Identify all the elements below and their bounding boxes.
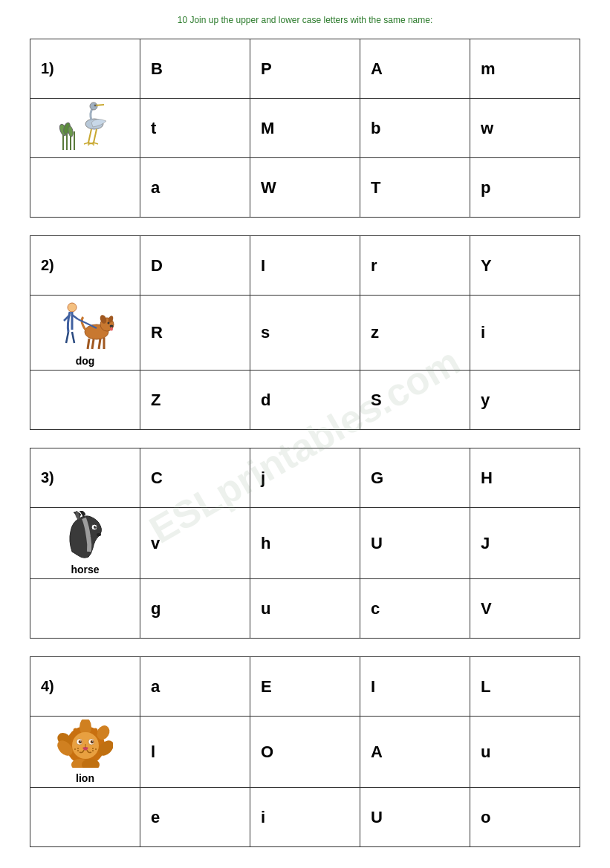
cell: I: [360, 657, 470, 717]
table-row: lion l O A u: [30, 717, 580, 788]
cell: C: [140, 448, 250, 508]
svg-point-50: [77, 750, 79, 751]
cell: v: [140, 508, 250, 579]
cell: U: [360, 788, 470, 847]
animal-cell: lion: [30, 717, 140, 788]
cell: p: [470, 158, 580, 218]
svg-point-53: [92, 750, 94, 751]
svg-point-12: [68, 303, 77, 312]
cell: [30, 788, 140, 847]
cell: a: [140, 657, 250, 717]
cell: l: [140, 717, 250, 788]
svg-point-29: [97, 533, 101, 536]
svg-point-6: [67, 126, 73, 137]
svg-point-45: [80, 740, 81, 741]
cell: Y: [470, 236, 580, 296]
cell: e: [140, 788, 250, 847]
svg-point-21: [110, 327, 113, 331]
table-2: 2) D I r Y: [30, 235, 580, 430]
svg-line-24: [99, 339, 100, 349]
cell: u: [250, 579, 360, 639]
cell: S: [360, 371, 470, 430]
cell: O: [250, 717, 360, 788]
table-row: t M b w: [30, 99, 580, 158]
cell: W: [250, 158, 360, 218]
svg-point-9: [94, 105, 96, 106]
cell: [30, 579, 140, 639]
cell: d: [250, 371, 360, 430]
animal-label: horse: [33, 564, 137, 575]
cell: i: [470, 296, 580, 371]
cell: A: [360, 39, 470, 99]
bird-icon: [56, 102, 115, 150]
cell: o: [470, 788, 580, 847]
table-row: g u c V: [30, 579, 580, 639]
cell: b: [360, 99, 470, 158]
animal-cell: dog: [30, 296, 140, 371]
table-3: 3) C j G H: [30, 448, 580, 639]
cell: H: [470, 448, 580, 508]
svg-point-8: [90, 102, 97, 110]
table-row: 2) D I r Y: [30, 236, 580, 296]
cell: c: [360, 579, 470, 639]
table-row: e i U o: [30, 788, 580, 847]
svg-line-14: [72, 332, 74, 343]
dog-icon: [53, 298, 117, 350]
cell: u: [470, 717, 580, 788]
table-row: 3) C j G H: [30, 448, 580, 508]
section-1: 1) B P A m: [30, 39, 580, 218]
cell: z: [360, 296, 470, 371]
cell: B: [140, 39, 250, 99]
section-3: 3) C j G H: [30, 448, 580, 639]
animal-label: dog: [33, 355, 137, 367]
svg-point-28: [95, 526, 97, 527]
animal-cell: horse: [30, 508, 140, 579]
cell: L: [470, 657, 580, 717]
table-row: a W T p: [30, 158, 580, 218]
svg-point-51: [92, 748, 94, 749]
animal-cell: [30, 99, 140, 158]
cell: [30, 371, 140, 430]
lion-icon: [57, 719, 113, 768]
table-row: horse v h U J: [30, 508, 580, 579]
section-2: 2) D I r Y: [30, 235, 580, 430]
cell: E: [250, 657, 360, 717]
table-row: dog R s z i: [30, 296, 580, 371]
svg-line-10: [88, 129, 91, 143]
svg-point-19: [108, 322, 110, 324]
svg-line-11: [94, 129, 97, 143]
instruction-text: 10 Join up the upper and lower case lett…: [30, 15, 580, 25]
svg-point-48: [77, 748, 79, 749]
animal-label: lion: [33, 772, 137, 784]
svg-line-22: [88, 339, 89, 349]
cell: Z: [140, 371, 250, 430]
cell: j: [250, 448, 360, 508]
section-number: 3): [30, 448, 140, 508]
svg-point-46: [92, 740, 93, 741]
cell: w: [470, 99, 580, 158]
cell: r: [360, 236, 470, 296]
svg-point-20: [110, 325, 114, 327]
cell: A: [360, 717, 470, 788]
svg-point-49: [74, 748, 76, 750]
cell: m: [470, 39, 580, 99]
table-4: 4) a E I L: [30, 656, 580, 847]
svg-line-23: [92, 339, 94, 349]
cell: t: [140, 99, 250, 158]
cell: [30, 158, 140, 218]
cell: J: [470, 508, 580, 579]
table-row: 1) B P A m: [30, 39, 580, 99]
cell: M: [250, 99, 360, 158]
cell: D: [140, 236, 250, 296]
cell: g: [140, 579, 250, 639]
cell: I: [250, 236, 360, 296]
svg-line-13: [66, 332, 68, 343]
section-number: 1): [30, 39, 140, 99]
horse-icon: [57, 511, 113, 559]
section-number: 4): [30, 657, 140, 717]
section-number: 2): [30, 236, 140, 296]
table-row: 4) a E I L: [30, 657, 580, 717]
cell: h: [250, 508, 360, 579]
cell: V: [470, 579, 580, 639]
table-1: 1) B P A m: [30, 39, 580, 218]
